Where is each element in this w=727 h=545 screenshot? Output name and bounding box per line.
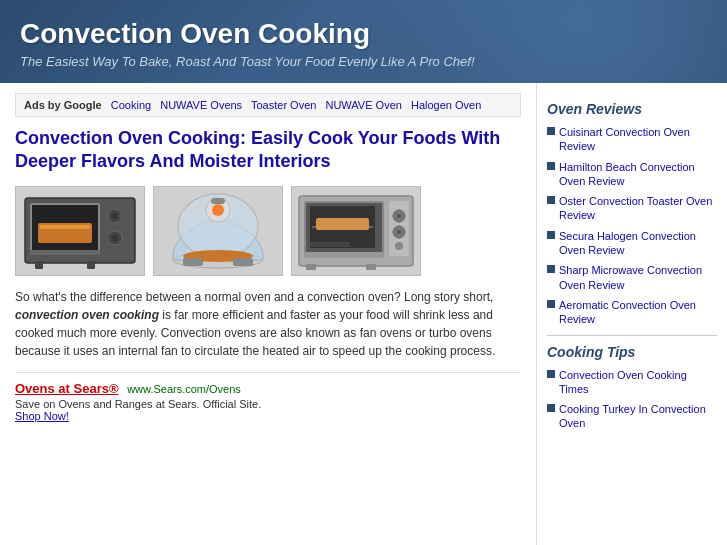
sidebar-link-turkey[interactable]: Cooking Turkey In Convection Oven [559, 402, 717, 431]
oven-image-2 [153, 186, 283, 276]
sidebar-link-hamilton[interactable]: Hamilton Beach Convection Oven Review [559, 160, 717, 189]
ads-label: Ads by Google [24, 99, 102, 111]
header: Convection Oven Cooking The Easiest Way … [0, 0, 727, 83]
oven-image-3 [291, 186, 421, 276]
svg-point-29 [397, 214, 401, 218]
bullet-icon [547, 370, 555, 378]
sidebar-item-cooking-times: Convection Oven Cooking Times [547, 368, 717, 397]
oven-image-1 [15, 186, 145, 276]
site-title: Convection Oven Cooking [20, 18, 707, 50]
bullet-icon [547, 404, 555, 412]
sidebar-link-aeromatic[interactable]: Aeromatic Convection Oven Review [559, 298, 717, 327]
sidebar-divider [547, 335, 717, 336]
sidebar-link-oster[interactable]: Oster Convection Toaster Oven Review [559, 194, 717, 223]
svg-rect-34 [306, 264, 316, 270]
svg-rect-25 [316, 218, 369, 230]
sidebar-link-cuisinart[interactable]: Cuisinart Convection Oven Review [559, 125, 717, 154]
sidebar-item-aeromatic: Aeromatic Convection Oven Review [547, 298, 717, 327]
ad-link-toaster-oven[interactable]: Toaster Oven [251, 99, 316, 111]
bottom-ad: Ovens at Sears® www.Sears.com/Ovens Save… [15, 372, 521, 422]
sidebar-link-cooking-times[interactable]: Convection Oven Cooking Times [559, 368, 717, 397]
bottom-ad-line2[interactable]: Shop Now! [15, 410, 521, 422]
svg-point-7 [112, 213, 118, 219]
sidebar-link-secura[interactable]: Secura Halogen Convection Oven Review [559, 229, 717, 258]
svg-rect-5 [30, 250, 100, 255]
sidebar-section-tips-title: Cooking Tips [547, 344, 717, 360]
svg-rect-19 [233, 258, 253, 266]
svg-rect-11 [87, 261, 95, 269]
bullet-icon [547, 162, 555, 170]
bottom-ad-title[interactable]: Ovens at Sears® [15, 381, 119, 396]
oven-images [15, 186, 521, 276]
svg-point-32 [395, 242, 403, 250]
content-area: Ads by Google Cooking NUWAVE Ovens Toast… [0, 83, 537, 545]
article-bold: convection oven cooking [15, 308, 159, 322]
main-container: Ads by Google Cooking NUWAVE Ovens Toast… [0, 83, 727, 545]
article-title: Convection Oven Cooking: Easily Cook You… [15, 127, 521, 174]
site-subtitle: The Easiest Way To Bake, Roast And Toast… [20, 54, 707, 69]
sidebar: Oven Reviews Cuisinart Convection Oven R… [537, 83, 727, 545]
bullet-icon [547, 231, 555, 239]
svg-rect-26 [304, 252, 384, 258]
sidebar-item-cuisinart: Cuisinart Convection Oven Review [547, 125, 717, 154]
svg-rect-17 [211, 198, 225, 204]
bullet-icon [547, 300, 555, 308]
sidebar-item-oster: Oster Convection Toaster Oven Review [547, 194, 717, 223]
svg-point-16 [212, 204, 224, 216]
svg-rect-35 [366, 264, 376, 270]
sidebar-tips-list: Convection Oven Cooking Times Cooking Tu… [547, 368, 717, 431]
svg-rect-4 [40, 225, 90, 229]
sidebar-reviews-list: Cuisinart Convection Oven Review Hamilto… [547, 125, 717, 327]
bullet-icon [547, 265, 555, 273]
ad-link-cooking[interactable]: Cooking [111, 99, 151, 111]
bottom-ad-line1: Save on Ovens and Ranges at Sears. Offic… [15, 398, 521, 410]
article-text: So what's the difference between a norma… [15, 288, 521, 360]
sidebar-item-secura: Secura Halogen Convection Oven Review [547, 229, 717, 258]
ads-bar: Ads by Google Cooking NUWAVE Ovens Toast… [15, 93, 521, 117]
article-paragraph1: So what's the difference between a norma… [15, 290, 493, 304]
sidebar-section-reviews-title: Oven Reviews [547, 101, 717, 117]
bottom-ad-url: www.Sears.com/Ovens [127, 383, 241, 395]
svg-point-9 [112, 235, 118, 241]
sidebar-link-sharp[interactable]: Sharp Microwave Convection Oven Review [559, 263, 717, 292]
ad-link-halogen-oven[interactable]: Halogen Oven [411, 99, 481, 111]
bullet-icon [547, 127, 555, 135]
svg-point-31 [397, 230, 401, 234]
svg-rect-18 [183, 258, 203, 266]
ad-link-nuwave-oven[interactable]: NUWAVE Oven [325, 99, 401, 111]
sidebar-item-sharp: Sharp Microwave Convection Oven Review [547, 263, 717, 292]
ad-link-nuwave-ovens[interactable]: NUWAVE Ovens [160, 99, 242, 111]
sidebar-item-hamilton: Hamilton Beach Convection Oven Review [547, 160, 717, 189]
sidebar-item-turkey: Cooking Turkey In Convection Oven [547, 402, 717, 431]
svg-rect-33 [310, 242, 350, 247]
bullet-icon [547, 196, 555, 204]
svg-rect-10 [35, 261, 43, 269]
